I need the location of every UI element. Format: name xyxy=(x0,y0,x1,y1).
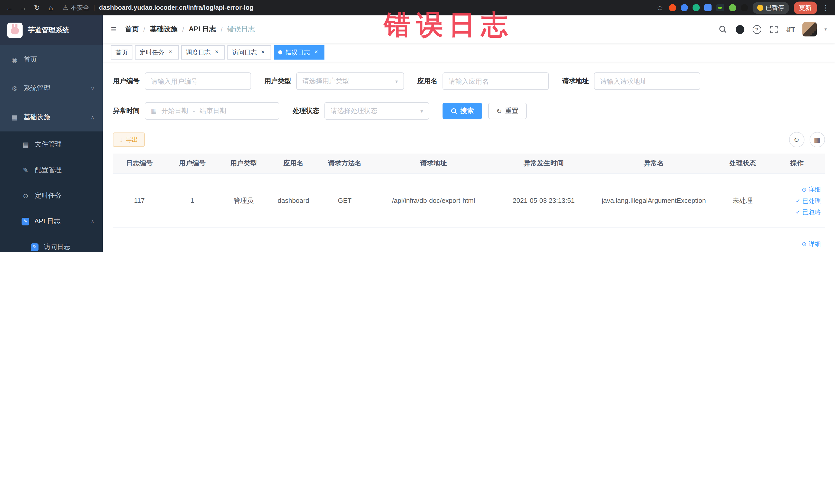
extension-icon-on[interactable]: on xyxy=(716,4,724,11)
paused-badge[interactable]: 已暂停 xyxy=(752,2,789,14)
breadcrumb-api-log[interactable]: API 日志 xyxy=(189,25,216,34)
processed-link[interactable]: ✓已处理 xyxy=(772,249,821,252)
sidebar-item-label: 文件管理 xyxy=(35,140,95,149)
sidebar-item-access-log[interactable]: ✎ 访问日志 xyxy=(0,234,103,252)
cell-request-url: /api/infra/db-doc/export-html xyxy=(371,228,496,252)
sidebar-item-infrastructure[interactable]: ▦ 基础设施 ∧ xyxy=(0,103,103,132)
fullscreen-icon[interactable] xyxy=(769,25,778,34)
cell-status: 未处理 xyxy=(716,228,769,252)
extension-icon-leaf[interactable] xyxy=(729,4,736,11)
refresh-button[interactable]: ↻ xyxy=(789,132,804,147)
sidebar-logo[interactable]: 芋道管理系统 xyxy=(0,15,103,45)
api-log-icon: ✎ xyxy=(22,218,29,225)
header-user-id: 用户编号 xyxy=(166,154,219,173)
chevron-up-icon: ∧ xyxy=(90,114,95,120)
extension-icon-red[interactable] xyxy=(669,4,676,11)
reload-icon[interactable]: ↻ xyxy=(33,0,41,15)
bookmark-star-icon[interactable]: ☆ xyxy=(656,0,664,15)
download-icon: ↓ xyxy=(120,136,123,143)
cell-method: GET xyxy=(318,173,371,228)
header-actions: 操作 xyxy=(769,154,825,173)
cell-log-id: 117 xyxy=(113,173,166,228)
close-icon[interactable]: × xyxy=(313,49,320,56)
process-status-placeholder: 请选择处理状态 xyxy=(331,106,377,116)
sidebar-item-api-log[interactable]: ✎ API 日志 ∧ xyxy=(0,208,103,234)
sidebar-item-config-manage[interactable]: ✎ 配置管理 xyxy=(0,157,103,183)
tag-access-log[interactable]: 访问日志 × xyxy=(227,45,271,60)
sidebar-item-system[interactable]: ⚙ 系统管理 ∨ xyxy=(0,74,103,103)
extension-icon-teal[interactable] xyxy=(692,4,699,11)
breadcrumb-separator: / xyxy=(221,25,223,33)
cell-request-url: /api/infra/db-doc/export-html xyxy=(371,173,496,228)
forward-icon[interactable]: → xyxy=(19,0,27,15)
extension-icon-blue-drop[interactable] xyxy=(680,4,688,11)
search-icon[interactable] xyxy=(718,25,728,34)
header-exception-name: 异常名 xyxy=(591,154,716,173)
table-header-row: 日志编号 用户编号 用户类型 应用名 请求方法名 请求地址 异常发生时间 异常名… xyxy=(113,154,825,173)
cell-exception-name: java.lang.IllegalArgumentException xyxy=(591,173,716,228)
sidebar-item-label: 基础设施 xyxy=(24,113,85,122)
request-url-input[interactable] xyxy=(594,73,700,90)
update-button[interactable]: 更新 xyxy=(793,1,817,14)
tag-scheduled-jobs[interactable]: 定时任务 × xyxy=(135,45,179,60)
back-icon[interactable]: ← xyxy=(5,0,13,15)
export-button[interactable]: ↓ 导出 xyxy=(113,133,145,147)
help-icon[interactable]: ? xyxy=(752,25,761,34)
reset-icon: ↻ xyxy=(496,107,502,115)
security-label: 不安全 xyxy=(71,3,89,12)
breadcrumb-home[interactable]: 首页 xyxy=(125,25,139,34)
app-title: 芋道管理系统 xyxy=(28,26,69,35)
sidebar-item-home[interactable]: ◉ 首页 xyxy=(0,45,103,74)
font-size-icon[interactable]: ⇵T xyxy=(786,25,795,33)
tag-error-log[interactable]: 错误日志 × xyxy=(273,45,324,60)
app-name-label: 应用名 xyxy=(418,77,437,86)
table-row: 117 1 管理员 dashboard GET /api/infra/db-do… xyxy=(113,173,825,228)
detail-link[interactable]: ⊙详细 xyxy=(772,184,821,195)
gear-icon: ⚙ xyxy=(10,84,19,92)
detail-link[interactable]: ⊙详细 xyxy=(772,238,821,249)
sidebar-item-label: 访问日志 xyxy=(44,242,95,251)
processed-link[interactable]: ✓已处理 xyxy=(772,195,821,206)
chevron-down-icon: ▾ xyxy=(395,78,398,84)
exception-time-range-picker[interactable]: ▦ 开始日期 - 结束日期 xyxy=(145,102,279,120)
sidebar-item-file-manage[interactable]: ▤ 文件管理 xyxy=(0,132,103,157)
hamburger-icon[interactable]: ≡ xyxy=(111,24,117,35)
table-tools: ↻ ▦ xyxy=(789,132,825,147)
breadcrumb-current: 错误日志 xyxy=(227,25,255,34)
extension-icon-paw[interactable] xyxy=(740,4,748,11)
ignored-link[interactable]: ✓已忽略 xyxy=(772,206,821,218)
close-icon[interactable]: × xyxy=(213,49,220,56)
header-method: 请求方法名 xyxy=(318,154,371,173)
cell-user-id: 1 xyxy=(166,228,219,252)
reset-button[interactable]: ↻ 重置 xyxy=(488,103,527,119)
github-icon[interactable] xyxy=(735,25,745,34)
security-chip[interactable]: ⚠ 不安全 xyxy=(63,3,89,12)
browser-home-icon[interactable]: ⌂ xyxy=(47,0,55,15)
search-button[interactable]: 搜索 xyxy=(443,103,482,119)
cell-log-id: 116 xyxy=(113,228,166,252)
url-text: dashboard.yudao.iocoder.cn/infra/log/api… xyxy=(99,4,253,11)
user-type-select[interactable]: 请选择用户类型 ▾ xyxy=(296,73,404,90)
tag-home[interactable]: 首页 xyxy=(111,45,133,60)
search-button-label: 搜索 xyxy=(461,106,474,116)
process-status-select[interactable]: 请选择处理状态 ▾ xyxy=(324,102,429,120)
user-id-input[interactable] xyxy=(145,73,251,90)
column-settings-button[interactable]: ▦ xyxy=(809,132,825,147)
table-row: 116 1 管理员 dashboard GET /api/infra/db-do… xyxy=(113,228,825,252)
navbar-actions: ? ⇵T ▾ xyxy=(718,22,827,37)
avatar[interactable] xyxy=(802,22,817,37)
sidebar-item-label: 首页 xyxy=(24,55,95,64)
close-icon[interactable]: × xyxy=(259,49,266,56)
address-bar[interactable]: ⚠ 不安全 | dashboard.yudao.iocoder.cn/infra… xyxy=(61,3,650,12)
user-type-placeholder: 请选择用户类型 xyxy=(302,77,349,86)
sidebar-item-label: API 日志 xyxy=(34,217,85,226)
breadcrumb-infrastructure[interactable]: 基础设施 xyxy=(150,25,178,34)
close-icon[interactable]: × xyxy=(167,49,174,56)
extension-icon-grid[interactable] xyxy=(704,4,711,11)
browser-menu-icon[interactable]: ⋮ xyxy=(822,0,830,15)
error-log-table: 日志编号 用户编号 用户类型 应用名 请求方法名 请求地址 异常发生时间 异常名… xyxy=(113,154,825,252)
avatar-caret-icon[interactable]: ▾ xyxy=(824,27,827,32)
app-name-input[interactable] xyxy=(443,73,549,90)
sidebar-item-scheduled-jobs[interactable]: ⊙ 定时任务 xyxy=(0,183,103,208)
tag-schedule-log[interactable]: 调度日志 × xyxy=(181,45,225,60)
